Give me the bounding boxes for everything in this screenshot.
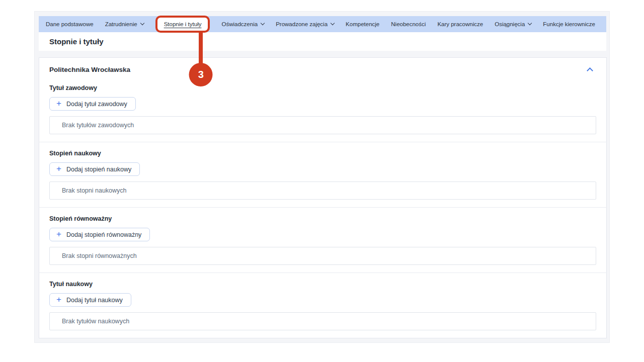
nav-item-label: Stopnie i tytuły <box>164 21 202 27</box>
chevron-down-icon <box>331 21 335 25</box>
empty-state-box: Brak tytułów zawodowych <box>49 116 596 134</box>
add-button-label: Dodaj tytuł naukowy <box>66 297 123 304</box>
section-tytul-naukowy: Tytuł naukowy + Dodaj tytuł naukowy Brak… <box>49 281 596 330</box>
nav-item-label: Oświadczenia <box>222 21 258 27</box>
add-tytul-zawodowy-button[interactable]: + Dodaj tytuł zawodowy <box>49 97 136 111</box>
annotation-step-badge: 3 <box>189 63 213 86</box>
section-heading: Stopień równoważny <box>49 215 596 222</box>
chevron-down-icon <box>261 21 265 25</box>
nav-item-zatrudnienie[interactable]: Zatrudnienie <box>105 21 144 27</box>
nav-item-oswiadczenia[interactable]: Oświadczenia <box>222 21 265 27</box>
empty-state-text: Brak tytułów naukowych <box>62 318 129 325</box>
nav-item-dane-podstawowe[interactable]: Dane podstawowe <box>46 21 94 27</box>
nav-item-osiagniecia[interactable]: Osiągnięcia <box>495 21 531 27</box>
nav-item-prowadzone-zajecia[interactable]: Prowadzone zajęcia <box>276 21 334 27</box>
add-stopien-rownowazny-button[interactable]: + Dodaj stopień równoważny <box>49 228 150 241</box>
page-title: Stopnie i tytuły <box>49 37 104 46</box>
page-title-bar: Stopnie i tytuły <box>39 32 606 51</box>
section-heading: Tytuł zawodowy <box>49 84 596 92</box>
add-button-label: Dodaj stopień naukowy <box>66 166 131 173</box>
nav-item-kompetencje[interactable]: Kompetencje <box>346 21 379 27</box>
nav-item-funkcje-kierownicze[interactable]: Funkcje kierownicze <box>543 21 595 27</box>
empty-state-text: Brak stopni równoważnych <box>62 252 137 259</box>
plus-icon: + <box>56 99 61 108</box>
top-navigation: Dane podstawowe Zatrudnienie Stopnie i t… <box>39 16 606 32</box>
empty-state-box: Brak stopni naukowych <box>49 182 596 200</box>
section-heading: Tytuł naukowy <box>49 281 596 288</box>
nav-item-label: Zatrudnienie <box>105 21 137 27</box>
nav-item-stopnie-i-tytuly[interactable]: Stopnie i tytuły 3 <box>155 16 210 33</box>
empty-state-text: Brak stopni naukowych <box>62 187 127 194</box>
section-divider <box>39 273 607 273</box>
collapse-chevron-icon[interactable] <box>587 67 593 74</box>
section-tytul-zawodowy: Tytuł zawodowy + Dodaj tytuł zawodowy Br… <box>49 84 596 134</box>
degrees-panel: Politechnika Wrocławska Tytuł zawodowy +… <box>39 57 607 338</box>
section-stopien-naukowy: Stopień naukowy + Dodaj stopień naukowy … <box>49 150 596 200</box>
add-tytul-naukowy-button[interactable]: + Dodaj tytuł naukowy <box>49 293 131 307</box>
chevron-down-icon <box>140 21 144 25</box>
nav-item-label: Nieobecności <box>391 21 426 27</box>
empty-state-box: Brak tytułów naukowych <box>49 312 596 330</box>
institution-title: Politechnika Wrocławska <box>49 66 130 73</box>
chevron-down-icon <box>528 21 532 25</box>
add-button-label: Dodaj tytuł zawodowy <box>66 101 127 108</box>
nav-item-label: Kary pracownicze <box>437 21 483 27</box>
nav-item-nieobecnosci[interactable]: Nieobecności <box>391 21 426 27</box>
add-stopien-naukowy-button[interactable]: + Dodaj stopień naukowy <box>49 162 140 176</box>
nav-item-label: Kompetencje <box>346 21 379 27</box>
empty-state-text: Brak tytułów zawodowych <box>62 122 134 129</box>
nav-item-label: Prowadzone zajęcia <box>276 21 328 27</box>
app-screen: Dane podstawowe Zatrudnienie Stopnie i t… <box>34 11 610 343</box>
annotation-connector-line <box>199 33 203 67</box>
nav-item-kary-pracownicze[interactable]: Kary pracownicze <box>437 21 483 27</box>
section-divider <box>39 207 607 208</box>
nav-item-label: Osiągnięcia <box>495 21 525 27</box>
section-divider <box>39 142 607 142</box>
empty-state-box: Brak stopni równoważnych <box>49 247 596 265</box>
section-stopien-rownowazny: Stopień równoważny + Dodaj stopień równo… <box>49 215 596 265</box>
plus-icon: + <box>56 230 61 238</box>
panel-header: Politechnika Wrocławska <box>49 66 596 73</box>
section-heading: Stopień naukowy <box>49 150 596 157</box>
add-button-label: Dodaj stopień równoważny <box>66 231 141 238</box>
nav-item-label: Dane podstawowe <box>46 21 94 27</box>
plus-icon: + <box>56 295 61 304</box>
nav-item-label: Funkcje kierownicze <box>543 21 595 27</box>
plus-icon: + <box>56 164 61 173</box>
page-canvas: Dane podstawowe Zatrudnienie Stopnie i t… <box>0 0 644 362</box>
